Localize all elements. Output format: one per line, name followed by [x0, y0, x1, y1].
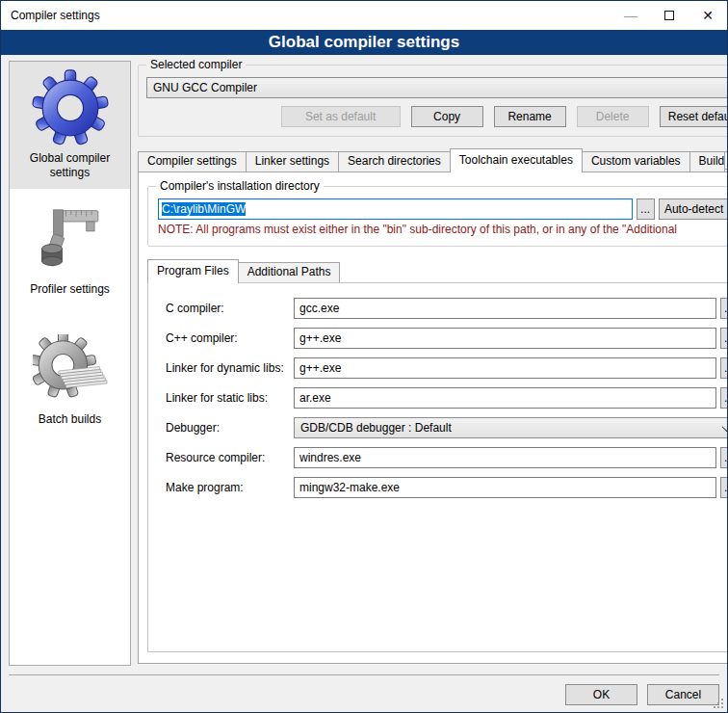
toolchain-executables-page: Compiler's installation directory C:\ray… — [138, 172, 728, 664]
caliper-icon — [34, 202, 107, 277]
install-dir-note: NOTE: All programs must exist either in … — [158, 223, 728, 236]
tab-linker-settings[interactable]: Linker settings — [246, 151, 339, 172]
resource-compiler-label: Resource compiler: — [159, 451, 294, 464]
dynamic-linker-label: Linker for dynamic libs: — [159, 361, 294, 375]
sidebar-item-label: Global compiler settings — [10, 151, 130, 189]
minimize-icon: — — [624, 8, 637, 23]
compiler-settings-dialog: Compiler settings — ✕ Global compiler se… — [0, 0, 728, 713]
tab-toolchain-executables[interactable]: Toolchain executables — [450, 148, 583, 172]
tab-custom-variables[interactable]: Custom variables — [582, 151, 690, 172]
blue-gear-icon — [32, 69, 109, 146]
compiler-select-value: GNU GCC Compiler — [153, 81, 728, 94]
settings-category-list: Global compiler settings — [9, 61, 131, 666]
static-linker-input[interactable] — [294, 387, 716, 409]
dialog-footer: OK Cancel — [9, 674, 719, 705]
program-files-page: C compiler: ... C++ compiler: ... Linker… — [147, 282, 728, 652]
selected-compiler-group: Selected compiler GNU GCC Compiler Set a… — [138, 65, 728, 137]
static-linker-label: Linker for static libs: — [159, 391, 294, 405]
browse-install-dir-button[interactable]: ... — [637, 198, 655, 220]
c-compiler-label: C compiler: — [159, 302, 294, 315]
sidebar-item-label: Batch builds — [10, 412, 130, 436]
tab-scroll-left-button[interactable]: ◄ — [724, 151, 728, 170]
window-controls: — ✕ — [611, 1, 727, 30]
dynamic-linker-browse-button[interactable]: ... — [720, 357, 728, 379]
cpp-compiler-browse-button[interactable]: ... — [720, 328, 728, 349]
debugger-select[interactable]: GDB/CDB debugger : Default — [294, 417, 728, 438]
sidebar-item-profiler-settings[interactable]: Profiler settings — [10, 195, 130, 305]
banner: Global compiler settings — [1, 30, 727, 55]
subtab-strip: Program Files Additional Paths — [147, 259, 728, 282]
maximize-button[interactable] — [650, 1, 689, 30]
ok-button[interactable]: OK — [565, 684, 637, 705]
gray-gear-stack-icon — [33, 334, 108, 408]
make-program-label: Make program: — [159, 481, 294, 494]
minimize-button[interactable]: — — [611, 1, 650, 30]
c-compiler-input[interactable] — [294, 298, 716, 319]
compiler-select[interactable]: GNU GCC Compiler — [146, 77, 728, 98]
window-title: Compiler settings — [1, 9, 100, 22]
auto-detect-button[interactable]: Auto-detect — [659, 198, 728, 220]
subtab-program-files[interactable]: Program Files — [147, 259, 239, 283]
rename-button[interactable]: Rename — [494, 106, 566, 127]
tab-compiler-settings[interactable]: Compiler settings — [138, 151, 247, 172]
resource-compiler-browse-button[interactable]: ... — [720, 447, 728, 468]
sidebar-item-batch-builds[interactable]: Batch builds — [10, 327, 130, 436]
delete-button: Delete — [577, 106, 649, 127]
group-label: Selected compiler — [146, 58, 246, 71]
c-compiler-browse-button[interactable]: ... — [720, 298, 728, 319]
static-linker-browse-button[interactable]: ... — [720, 387, 728, 409]
dynamic-linker-input[interactable] — [294, 357, 716, 379]
banner-title: Global compiler settings — [269, 33, 459, 52]
program-files-form: C compiler: ... C++ compiler: ... Linker… — [157, 296, 728, 498]
tab-build-options[interactable]: Build options — [689, 151, 725, 172]
debugger-label: Debugger: — [159, 421, 294, 435]
sidebar-item-global-compiler-settings[interactable]: Global compiler settings — [10, 62, 130, 189]
installation-directory-group: Compiler's installation directory C:\ray… — [147, 186, 728, 247]
program-files-notebook: Program Files Additional Paths C compile… — [147, 259, 728, 652]
make-program-browse-button[interactable]: ... — [720, 477, 728, 498]
tab-strip: Compiler settings Linker settings Search… — [138, 148, 728, 172]
debugger-select-value: GDB/CDB debugger : Default — [300, 421, 723, 435]
close-button[interactable]: ✕ — [689, 1, 727, 30]
title-bar: Compiler settings — ✕ — [1, 1, 727, 30]
cpp-compiler-label: C++ compiler: — [159, 331, 294, 345]
cpp-compiler-input[interactable] — [294, 328, 716, 349]
install-dir-input[interactable]: C:\raylib\MinGW — [158, 198, 633, 220]
sidebar-item-label: Profiler settings — [10, 282, 130, 305]
cancel-button[interactable]: Cancel — [647, 684, 719, 705]
selected-text: C:\raylib\MinGW — [162, 202, 246, 216]
resize-grip[interactable] — [713, 698, 725, 710]
resource-compiler-input[interactable] — [294, 447, 716, 468]
compiler-actions: Set as default Copy Rename Delete Reset … — [146, 106, 728, 127]
group-label: Compiler's installation directory — [156, 179, 324, 193]
copy-button[interactable]: Copy — [411, 106, 483, 127]
subtab-additional-paths[interactable]: Additional Paths — [238, 262, 341, 282]
make-program-input[interactable] — [294, 477, 716, 498]
close-icon: ✕ — [702, 8, 714, 23]
maximize-icon — [664, 11, 674, 20]
reset-defaults-button[interactable]: Reset defaults — [660, 106, 728, 127]
set-as-default-button: Set as default — [281, 106, 401, 127]
tab-search-directories[interactable]: Search directories — [338, 151, 451, 172]
settings-notebook: Compiler settings Linker settings Search… — [138, 148, 728, 664]
